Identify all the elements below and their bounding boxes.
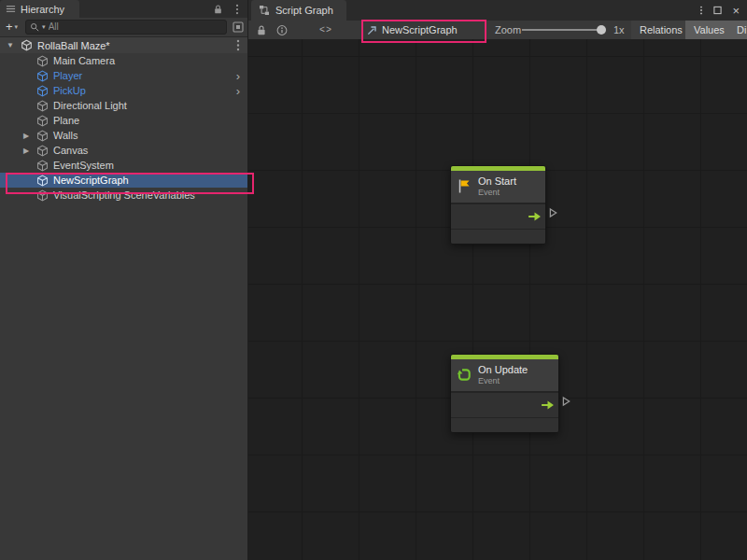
gameobject-icon bbox=[36, 55, 49, 67]
node-title: On Update bbox=[478, 364, 528, 376]
relations-button[interactable]: Relations bbox=[631, 21, 691, 39]
hierarchy-tab-actions bbox=[213, 0, 247, 18]
scene-kebab-menu-icon[interactable] bbox=[236, 39, 240, 51]
graph-tabstrip: Script Graph × bbox=[248, 0, 747, 21]
dim-button[interactable]: Di bbox=[728, 21, 747, 39]
add-object-button[interactable]: + ▾ bbox=[4, 21, 20, 33]
gameobject-icon bbox=[36, 160, 49, 172]
graph-name-label: NewScriptGraph bbox=[382, 24, 458, 35]
zoom-value: 1x bbox=[613, 21, 625, 39]
graph-breadcrumb[interactable]: NewScriptGraph bbox=[367, 21, 458, 39]
foldout-open-icon[interactable]: ▼ bbox=[7, 41, 16, 49]
search-filter-chevron-icon[interactable]: ▾ bbox=[42, 23, 46, 31]
gameobject-icon bbox=[36, 145, 49, 157]
open-prefab-icon[interactable]: › bbox=[236, 70, 247, 82]
hierarchy-panel: Hierarchy + ▾ ▾ ▼ RollaBall Maze* bbox=[0, 0, 248, 560]
hierarchy-item-canvas[interactable]: ▶ Canvas bbox=[0, 143, 247, 158]
node-subtitle: Event bbox=[478, 188, 516, 197]
lock-icon[interactable] bbox=[213, 4, 223, 15]
hierarchy-item-directional-light[interactable]: ▶ Directional Light bbox=[0, 98, 247, 113]
scene-row[interactable]: ▼ RollaBall Maze* bbox=[0, 37, 247, 53]
port-connection-triangle-icon[interactable] bbox=[549, 207, 557, 218]
item-label: VisualScripting SceneVariables bbox=[53, 189, 195, 201]
start-flag-icon bbox=[457, 178, 472, 194]
node-footer bbox=[451, 417, 558, 432]
foldout-closed-icon[interactable]: ▶ bbox=[21, 147, 32, 155]
port-connection-triangle-icon[interactable] bbox=[562, 396, 571, 407]
chevron-down-icon: ▾ bbox=[15, 23, 19, 30]
hierarchy-tree: ▶ Main Camera ▶ Player › ▶ PickUp › ▶ Di… bbox=[0, 53, 247, 203]
hierarchy-item-visualscripting-scenevariables[interactable]: ▶ VisualScripting SceneVariables bbox=[0, 188, 247, 203]
tab-script-graph-label: Script Graph bbox=[275, 5, 333, 16]
gameobject-icon bbox=[36, 115, 49, 127]
item-label: EventSystem bbox=[53, 160, 114, 171]
values-button[interactable]: Values bbox=[685, 21, 733, 39]
item-label: Main Camera bbox=[53, 55, 115, 66]
item-label: PickUp bbox=[53, 85, 86, 96]
prefab-icon bbox=[36, 70, 49, 82]
scene-name: RollaBall Maze* bbox=[37, 40, 110, 51]
prefab-icon bbox=[36, 85, 49, 97]
hierarchy-item-player[interactable]: ▶ Player › bbox=[0, 68, 247, 83]
zoom-slider[interactable] bbox=[522, 29, 604, 31]
window-controls: × bbox=[699, 0, 747, 21]
zoom-label: Zoom bbox=[495, 21, 521, 39]
search-icon bbox=[30, 22, 39, 32]
node-on-update[interactable]: On Update Event bbox=[450, 354, 559, 433]
graph-canvas[interactable]: On Start Event On Update Event bbox=[248, 39, 747, 560]
hierarchy-search[interactable]: ▾ bbox=[25, 20, 227, 35]
hierarchy-item-pickup[interactable]: ▶ PickUp › bbox=[0, 83, 247, 98]
hierarchy-toolbar: + ▾ ▾ bbox=[0, 18, 247, 37]
close-icon[interactable]: × bbox=[732, 5, 740, 17]
item-label: Plane bbox=[53, 115, 79, 126]
add-object-label: + bbox=[6, 21, 13, 33]
node-subtitle: Event bbox=[478, 376, 528, 385]
hierarchy-item-newscriptgraph[interactable]: ▶ NewScriptGraph bbox=[0, 173, 247, 188]
item-label: Walls bbox=[53, 130, 78, 141]
scene-picker-icon[interactable] bbox=[233, 21, 244, 33]
hierarchy-item-eventsystem[interactable]: ▶ EventSystem bbox=[0, 158, 247, 173]
unity-editor-window: Hierarchy + ▾ ▾ ▼ RollaBall Maze* bbox=[0, 0, 747, 560]
tab-hierarchy[interactable]: Hierarchy bbox=[0, 0, 79, 18]
hierarchy-item-plane[interactable]: ▶ Plane bbox=[0, 113, 247, 128]
code-view-icon[interactable]: <> bbox=[319, 21, 332, 39]
control-output-port-icon[interactable] bbox=[541, 399, 555, 410]
maximize-icon[interactable] bbox=[713, 6, 722, 15]
node-on-start[interactable]: On Start Event bbox=[450, 165, 546, 245]
control-output-port-icon[interactable] bbox=[528, 211, 542, 221]
unity-scene-icon bbox=[21, 39, 33, 51]
zoom-slider-knob[interactable] bbox=[597, 25, 606, 35]
script-graph-panel: Script Graph × <> NewScriptGraph bbox=[248, 0, 747, 560]
item-label: Directional Light bbox=[53, 100, 127, 111]
gameobject-icon bbox=[36, 130, 49, 142]
tab-hierarchy-label: Hierarchy bbox=[21, 4, 64, 15]
open-prefab-icon[interactable]: › bbox=[236, 85, 247, 97]
info-icon[interactable] bbox=[276, 24, 288, 36]
script-graph-asset-icon bbox=[367, 25, 377, 35]
panel-list-icon bbox=[6, 4, 16, 14]
item-label: NewScriptGraph bbox=[53, 175, 129, 186]
gameobject-icon bbox=[36, 175, 49, 187]
gameobject-icon bbox=[36, 189, 49, 202]
kebab-menu-icon[interactable] bbox=[235, 4, 239, 15]
kebab-menu-icon[interactable] bbox=[699, 6, 703, 15]
hierarchy-item-main-camera[interactable]: ▶ Main Camera bbox=[0, 53, 247, 68]
gameobject-icon bbox=[36, 100, 49, 112]
graph-toolbar: <> NewScriptGraph Zoom 1x Relations Valu… bbox=[248, 21, 747, 40]
lock-icon[interactable] bbox=[256, 24, 267, 36]
graph-tab-icon bbox=[259, 5, 270, 16]
node-footer bbox=[451, 229, 545, 244]
tab-script-graph[interactable]: Script Graph bbox=[251, 0, 346, 21]
update-loop-icon bbox=[457, 367, 472, 383]
node-title: On Start bbox=[478, 175, 516, 188]
foldout-closed-icon[interactable]: ▶ bbox=[21, 132, 32, 140]
hierarchy-item-walls[interactable]: ▶ Walls bbox=[0, 128, 247, 143]
item-label: Player bbox=[53, 70, 82, 81]
search-input[interactable] bbox=[49, 21, 222, 32]
item-label: Canvas bbox=[53, 145, 88, 156]
hierarchy-tabstrip: Hierarchy bbox=[0, 0, 247, 18]
